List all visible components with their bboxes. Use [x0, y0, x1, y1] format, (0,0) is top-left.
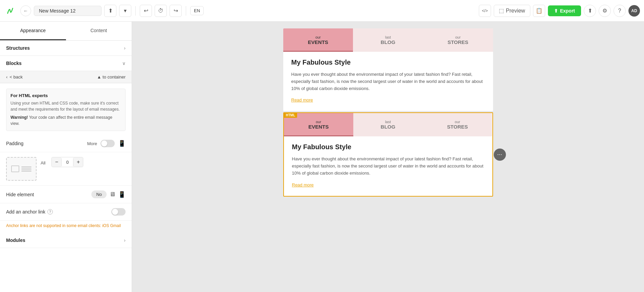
language-selector[interactable]: EN	[190, 6, 204, 15]
back-nav: ‹ < back ▲ to container	[0, 71, 132, 83]
tab-large-label: EVENTS	[287, 39, 350, 45]
tab-large-label: STORES	[426, 39, 490, 45]
read-more-link-1[interactable]: Read more	[291, 97, 313, 103]
gear-icon: ⚙	[602, 7, 607, 14]
tab-small-label: our	[287, 35, 350, 39]
to-container-label: ▲ to container	[97, 74, 126, 80]
separator2	[186, 6, 186, 16]
email-tab-stores-1[interactable]: our STORES	[423, 28, 493, 52]
back-button-nav[interactable]: ‹ < back	[6, 74, 23, 80]
settings-button[interactable]: ⚙	[599, 5, 611, 17]
email-tab-stores-2[interactable]: our STORES	[423, 113, 492, 136]
separator	[135, 6, 136, 16]
panel-tabs: Appearance Content	[0, 22, 132, 41]
tab-appearance[interactable]: Appearance	[0, 22, 66, 40]
share-button[interactable]: ⬆	[584, 5, 596, 17]
html-experts-warning: Warning! Your code can affect the entire…	[10, 114, 121, 127]
preview-image-icon	[11, 165, 19, 172]
hide-element-label: Hide element	[6, 192, 34, 197]
padding-decrease-button[interactable]: −	[52, 157, 61, 167]
message-title[interactable]: New Message 12	[34, 6, 102, 16]
blocks-label: Blocks	[6, 61, 22, 66]
email-content-2: My Fabulous Style Have you ever thought …	[284, 136, 492, 196]
preview-line	[21, 171, 31, 172]
undo-button[interactable]: ↩	[140, 5, 152, 17]
more-options-button[interactable]: ···	[494, 149, 506, 161]
code-view-button[interactable]: </>	[479, 5, 491, 17]
email-body-1: Have you ever thought about the environm…	[291, 71, 485, 92]
structures-header[interactable]: Structures ›	[0, 41, 132, 55]
preview-lines	[21, 166, 31, 172]
cloud-upload-icon: ⬆	[108, 7, 113, 14]
preview-line	[21, 169, 31, 170]
tab-small-label: last	[356, 35, 420, 39]
mobile-icon[interactable]: 📱	[118, 140, 126, 147]
warning-prefix: Warning!	[10, 115, 28, 120]
avatar: AD	[628, 5, 640, 17]
anchor-toggle[interactable]	[111, 208, 126, 216]
padding-increase-button[interactable]: +	[73, 157, 83, 167]
tab-large-label: BLOG	[357, 124, 419, 130]
panel-content: For HTML experts Using your own HTML and…	[0, 83, 132, 292]
back-label: < back	[9, 74, 23, 80]
padding-label: Padding	[6, 141, 23, 146]
email-body-2: Have you ever thought about the environm…	[292, 156, 484, 177]
left-panel: Appearance Content Structures › Blocks ∨…	[0, 22, 132, 292]
anchor-link-label: Add an anchor link	[6, 209, 45, 215]
tab-large-label: EVENTS	[287, 124, 350, 130]
help-button[interactable]: ?	[614, 5, 626, 17]
history-button[interactable]: ⏱	[155, 5, 167, 17]
undo-icon: ↩	[144, 7, 148, 14]
anchor-warning: Anchor links are not supported in some e…	[0, 221, 132, 233]
desktop-icon[interactable]: 🖥	[109, 191, 115, 198]
back-button[interactable]: ←	[20, 5, 31, 16]
tab-small-label: our	[426, 35, 490, 39]
html-experts-desc: Using your own HTML and CSS code, make s…	[10, 100, 121, 112]
toolbar: ← New Message 12 ⬆ ▾ ↩ ⏱ ↪ EN </> ⬚ Prev…	[0, 0, 644, 22]
padding-more-toggle[interactable]	[101, 140, 115, 147]
back-chevron-icon: ‹	[6, 74, 7, 80]
to-container-button[interactable]: ▲ to container	[97, 74, 126, 80]
tab-large-label: STORES	[426, 124, 489, 130]
email-tab-blog-2[interactable]: last BLOG	[353, 113, 423, 136]
redo-button[interactable]: ↪	[170, 5, 182, 17]
anchor-link-row: Add an anchor link ?	[0, 203, 132, 221]
toggle-thumb	[101, 140, 107, 147]
padding-number-control: − 0 +	[51, 157, 83, 167]
hide-element-row: Hide element No 🖥 📱	[0, 186, 132, 203]
hide-element-no[interactable]: No	[91, 190, 107, 198]
padding-controls: More 📱	[87, 140, 126, 147]
read-more-link-2[interactable]: Read more	[292, 182, 314, 187]
tab-underline	[283, 51, 353, 52]
all-label: All	[41, 159, 45, 165]
tab-small-label: our	[287, 120, 350, 124]
tab-content[interactable]: Content	[66, 22, 132, 40]
mobile-device-icon[interactable]: 📱	[118, 191, 126, 198]
email-tab-blog-1[interactable]: last BLOG	[353, 28, 423, 52]
email-tab-events-1[interactable]: our EVENTS	[283, 28, 353, 52]
html-badge: HTML	[284, 113, 297, 118]
tab-small-label: last	[357, 120, 419, 124]
padding-value: 0	[61, 158, 73, 166]
email-title-1: My Fabulous Style	[291, 59, 485, 66]
structures-section: Structures ›	[0, 41, 132, 56]
app-logo[interactable]	[4, 5, 16, 17]
export-label: Export	[560, 8, 575, 14]
ellipsis-icon: ···	[497, 151, 502, 158]
chevron-down-icon: ▾	[124, 7, 127, 14]
export-button[interactable]: ⬆ Export	[548, 5, 581, 16]
email-block-2-inner: our EVENTS last BLOG our STORES	[284, 113, 492, 196]
redo-icon: ↪	[174, 7, 178, 14]
cloud-upload-button[interactable]: ⬆	[104, 5, 116, 17]
clipboard-icon: 📋	[536, 7, 542, 14]
anchor-help-icon[interactable]: ?	[47, 209, 53, 215]
preview-button[interactable]: ⬚ Preview	[494, 5, 530, 17]
padding-preview	[6, 157, 37, 181]
blocks-header[interactable]: Blocks ∨	[0, 56, 132, 71]
padding-more-label: More	[87, 141, 97, 146]
padding-all-row: All − 0 +	[0, 152, 132, 186]
dropdown-button[interactable]: ▾	[119, 5, 131, 17]
email-block-1: our EVENTS last BLOG our STORES My Fabul…	[283, 28, 493, 111]
html-experts-box: For HTML experts Using your own HTML and…	[6, 89, 126, 131]
clipboard-button[interactable]: 📋	[533, 5, 545, 17]
